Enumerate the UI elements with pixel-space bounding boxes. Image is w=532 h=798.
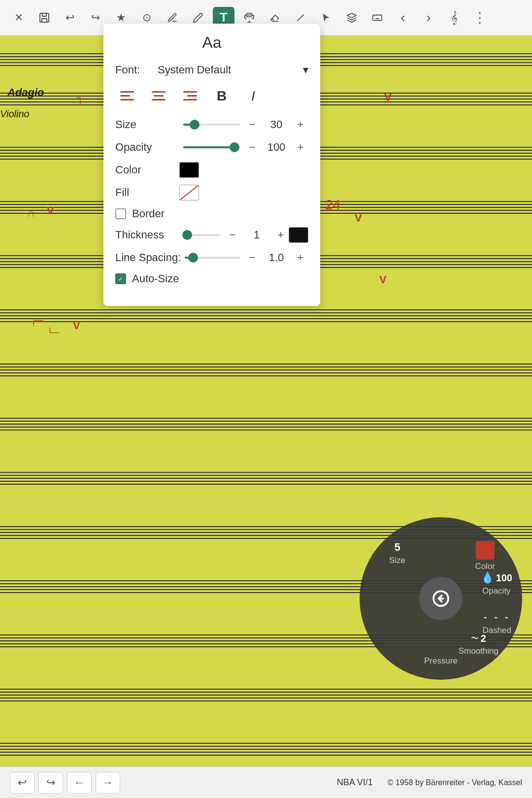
- size-row: Size − 30 +: [115, 117, 308, 133]
- radial-size-value: 5: [394, 541, 400, 554]
- radial-pressure-item[interactable]: Pressure: [424, 656, 458, 666]
- align-center-button[interactable]: [147, 85, 170, 107]
- nav-forward-button[interactable]: →: [96, 772, 120, 794]
- svg-rect-2: [42, 19, 47, 22]
- layers-button[interactable]: [341, 7, 363, 29]
- align-right-button[interactable]: [178, 85, 202, 107]
- line-spacing-decrease-button[interactable]: −: [244, 250, 260, 266]
- redo-button[interactable]: ↪: [85, 7, 106, 29]
- opacity-increase-button[interactable]: +: [293, 139, 308, 155]
- thickness-value: 1: [244, 229, 269, 241]
- keyboard-button[interactable]: [366, 7, 388, 29]
- more-button[interactable]: ⋮: [469, 7, 491, 29]
- radial-opacity-item[interactable]: 💧 100 Opacity: [481, 571, 512, 596]
- undo-button[interactable]: ↩: [59, 7, 81, 29]
- font-dropdown-icon: ▾: [303, 64, 308, 76]
- violino-label: Violino: [0, 108, 30, 120]
- radial-pressure-label: Pressure: [424, 656, 458, 666]
- thickness-slider[interactable]: [183, 234, 221, 236]
- fill-swatch[interactable]: [179, 185, 199, 200]
- adagio-label: Adagio: [7, 86, 44, 99]
- fill-row: Fill: [115, 185, 308, 200]
- radial-size-item[interactable]: 5 Size: [389, 541, 405, 565]
- radial-dashed-item[interactable]: - - - Dashed: [482, 611, 511, 635]
- font-label: Font:: [115, 64, 150, 76]
- thickness-slider-thumb[interactable]: [182, 230, 192, 240]
- radial-back-button[interactable]: [419, 577, 463, 620]
- radial-opacity-label: Opacity: [482, 586, 511, 596]
- arrow-left-button[interactable]: ‹: [392, 7, 414, 29]
- radial-dashed-icon: - - -: [484, 611, 510, 624]
- svg-rect-1: [42, 13, 46, 16]
- arrow-right-button[interactable]: ›: [418, 7, 439, 29]
- line-spacing-row: Line Spacing: − 1.0 +: [115, 250, 308, 266]
- radial-smoothing-item[interactable]: 〜 2 Smoothing: [459, 633, 499, 656]
- opacity-slider[interactable]: [183, 146, 240, 148]
- opacity-slider-thumb[interactable]: [230, 142, 239, 152]
- panel-title: Aa: [115, 33, 308, 52]
- radial-smoothing-label: Smoothing: [459, 646, 499, 656]
- color-label: Color: [115, 164, 179, 176]
- svg-rect-14: [152, 91, 166, 93]
- border-label: Border: [132, 207, 165, 220]
- svg-rect-13: [120, 99, 134, 100]
- line-spacing-label: Line Spacing:: [115, 251, 181, 264]
- thickness-color-swatch[interactable]: [289, 227, 308, 243]
- opacity-decrease-button[interactable]: −: [244, 139, 260, 155]
- svg-rect-18: [187, 95, 197, 97]
- thickness-row: Thickness − 1 +: [115, 227, 308, 243]
- size-increase-button[interactable]: +: [293, 117, 308, 133]
- svg-rect-19: [183, 99, 197, 100]
- nba-text: NBA VI/1: [337, 777, 373, 788]
- music-clef-button[interactable]: 𝄞: [443, 7, 465, 29]
- opacity-value: 100: [264, 141, 289, 154]
- save-button[interactable]: [33, 7, 55, 29]
- nav-redo-button[interactable]: ↪: [38, 772, 63, 794]
- opacity-slider-fill: [183, 146, 234, 148]
- size-decrease-button[interactable]: −: [244, 117, 260, 133]
- radial-color-item[interactable]: Color: [475, 541, 495, 571]
- fill-label: Fill: [115, 186, 179, 199]
- svg-rect-11: [120, 91, 134, 93]
- nav-back-button[interactable]: ←: [67, 772, 92, 794]
- align-left-button[interactable]: [115, 85, 139, 107]
- line-spacing-slider-thumb[interactable]: [188, 253, 198, 263]
- color-row: Color: [115, 162, 308, 178]
- font-select[interactable]: System Default ▾: [158, 64, 308, 76]
- font-value: System Default: [158, 64, 231, 76]
- line-spacing-value: 1.0: [264, 251, 289, 264]
- thickness-stepper: − 1 +: [225, 227, 289, 243]
- bottom-navigation: ↩ ↪ ← →: [10, 772, 120, 794]
- text-properties-panel: Aa Font: System Default ▾: [103, 24, 320, 306]
- border-checkbox[interactable]: [115, 208, 126, 219]
- nav-undo-button[interactable]: ↩: [10, 772, 34, 794]
- auto-size-checkbox[interactable]: ✓: [115, 273, 126, 284]
- close-button[interactable]: ✕: [8, 7, 30, 29]
- svg-rect-0: [40, 13, 49, 22]
- opacity-stepper: − 100 +: [244, 139, 308, 155]
- svg-rect-5: [373, 15, 382, 20]
- auto-size-row: ✓ Auto-Size: [115, 272, 308, 285]
- size-label: Size: [115, 118, 179, 131]
- opacity-row: Opacity − 100 +: [115, 139, 308, 155]
- bold-button[interactable]: B: [210, 85, 233, 107]
- opacity-label: Opacity: [115, 141, 179, 154]
- line-spacing-increase-button[interactable]: +: [293, 250, 308, 266]
- thickness-decrease-button[interactable]: −: [225, 227, 240, 243]
- italic-button[interactable]: I: [241, 85, 265, 107]
- thickness-label: Thickness: [115, 229, 179, 241]
- radial-color-label: Color: [475, 562, 495, 571]
- size-slider-thumb[interactable]: [190, 120, 200, 130]
- thickness-increase-button[interactable]: +: [273, 227, 289, 243]
- radial-menu: 5 Size Color 💧 100 Opacity - - - Dashed …: [360, 517, 522, 680]
- copyright-text: © 1958 by Bärenreiter - Verlag, Kassel: [388, 778, 522, 787]
- auto-size-label: Auto-Size: [132, 272, 179, 285]
- svg-rect-12: [120, 95, 130, 97]
- size-slider[interactable]: [183, 124, 240, 126]
- radial-opacity-value: 100: [496, 572, 512, 584]
- radial-smoothing-value: 2: [481, 633, 486, 644]
- line-spacing-slider[interactable]: [185, 257, 240, 259]
- svg-rect-17: [183, 91, 197, 93]
- color-swatch[interactable]: [179, 162, 199, 178]
- font-row: Font: System Default ▾: [115, 64, 308, 76]
